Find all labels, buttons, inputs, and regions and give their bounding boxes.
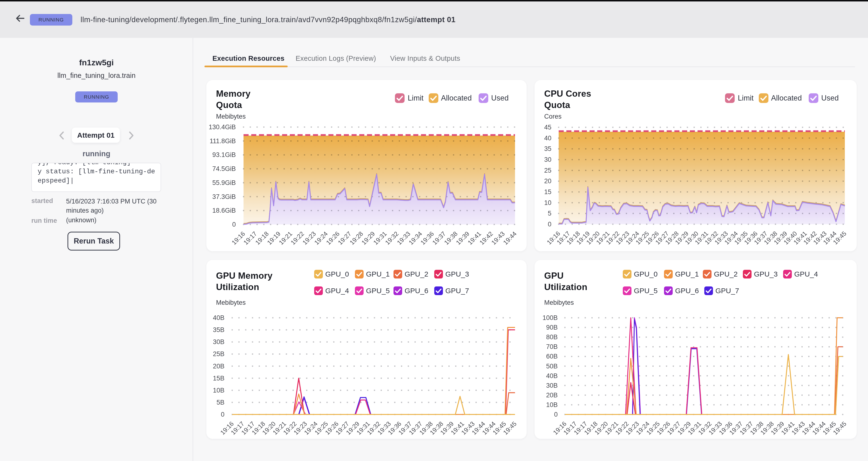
svg-text:19:36: 19:36 <box>419 230 435 246</box>
svg-text:20B: 20B <box>546 392 558 399</box>
svg-text:93.1GiB: 93.1GiB <box>212 151 236 158</box>
svg-text:40B: 40B <box>213 314 224 321</box>
svg-text:19:26: 19:26 <box>325 230 341 246</box>
svg-text:15B: 15B <box>213 375 224 382</box>
svg-text:74.5GiB: 74.5GiB <box>212 165 236 173</box>
svg-text:18.6GiB: 18.6GiB <box>212 207 236 214</box>
svg-text:19:29: 19:29 <box>360 230 376 246</box>
svg-text:19:24: 19:24 <box>313 230 329 246</box>
svg-text:10: 10 <box>544 199 551 206</box>
svg-text:50B: 50B <box>546 363 558 370</box>
svg-text:130.4GiB: 130.4GiB <box>209 123 236 131</box>
svg-text:19:22: 19:22 <box>289 230 306 246</box>
svg-text:35B: 35B <box>213 326 224 334</box>
svg-text:0: 0 <box>232 221 236 228</box>
svg-text:5B: 5B <box>217 399 224 406</box>
svg-text:19:21: 19:21 <box>278 230 294 246</box>
svg-text:0: 0 <box>554 411 558 418</box>
svg-text:90B: 90B <box>546 324 558 331</box>
svg-text:19:31: 19:31 <box>372 230 388 246</box>
svg-text:19:39: 19:39 <box>455 230 471 246</box>
svg-text:30B: 30B <box>546 382 558 389</box>
svg-text:19:28: 19:28 <box>348 230 365 246</box>
svg-text:19:17: 19:17 <box>242 230 258 246</box>
svg-text:55.9GiB: 55.9GiB <box>212 179 236 186</box>
svg-text:19:18: 19:18 <box>254 230 270 246</box>
svg-text:19:23: 19:23 <box>301 230 317 246</box>
svg-text:15: 15 <box>544 188 551 195</box>
svg-text:19:33: 19:33 <box>396 230 411 246</box>
svg-text:80B: 80B <box>546 334 558 341</box>
svg-text:10B: 10B <box>213 387 224 394</box>
svg-text:45: 45 <box>544 124 551 131</box>
svg-text:30: 30 <box>544 156 551 163</box>
svg-text:19:19: 19:19 <box>266 230 282 246</box>
svg-text:5: 5 <box>548 210 551 217</box>
svg-text:25: 25 <box>544 167 551 174</box>
svg-text:10B: 10B <box>546 401 558 408</box>
svg-text:19:41: 19:41 <box>466 230 483 246</box>
svg-text:19:32: 19:32 <box>383 230 400 246</box>
svg-text:40: 40 <box>544 134 551 142</box>
svg-text:19:42: 19:42 <box>478 230 494 246</box>
svg-text:19:34: 19:34 <box>407 230 424 246</box>
svg-text:19:43: 19:43 <box>490 230 506 246</box>
svg-text:37.3GiB: 37.3GiB <box>212 193 236 201</box>
svg-text:35: 35 <box>544 145 551 152</box>
svg-text:30B: 30B <box>213 338 224 345</box>
svg-text:40B: 40B <box>546 372 558 379</box>
svg-text:19:16: 19:16 <box>230 230 246 246</box>
svg-text:60B: 60B <box>546 353 558 360</box>
svg-text:20B: 20B <box>213 363 224 370</box>
svg-text:0: 0 <box>221 411 224 418</box>
svg-text:19:27: 19:27 <box>337 230 353 246</box>
svg-text:19:44: 19:44 <box>502 230 518 246</box>
svg-text:0: 0 <box>548 221 551 228</box>
svg-text:25B: 25B <box>213 350 224 358</box>
svg-text:111.8GiB: 111.8GiB <box>210 137 236 145</box>
svg-text:100B: 100B <box>542 314 558 321</box>
svg-text:20: 20 <box>544 178 551 185</box>
svg-text:70B: 70B <box>546 343 558 350</box>
svg-text:19:38: 19:38 <box>443 230 459 246</box>
svg-text:19:37: 19:37 <box>431 230 447 246</box>
